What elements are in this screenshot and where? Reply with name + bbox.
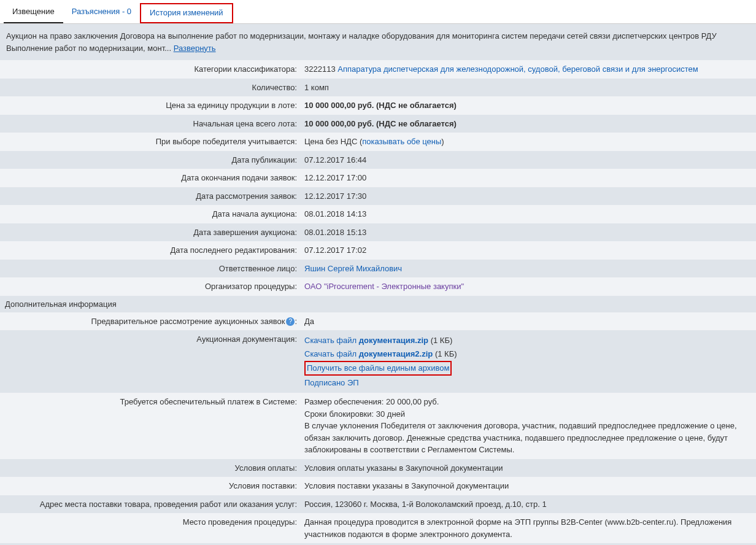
table-row: Дата окончания подачи заявок: 12.12.2017… — [0, 169, 756, 187]
classifier-code: 3222113 — [304, 64, 338, 74]
file2-size: (1 КБ) — [433, 349, 457, 358]
section-additional-info: Дополнительная информация — [0, 296, 756, 312]
winner-suffix: ) — [441, 137, 444, 146]
table-row: Предварительное рассмотрение аукционных … — [0, 312, 756, 331]
label-start-price: Начальная цена всего лота: — [0, 115, 301, 133]
label-prelim: Предварительное рассмотрение аукционных … — [0, 312, 301, 331]
value-auction-end: 08.01.2018 15:13 — [301, 223, 756, 242]
lot-title: Аукцион на право заключения Договора на … — [6, 30, 750, 42]
lot-subtitle-text: Выполнение работ по модернизации, монт..… — [6, 44, 174, 53]
table-row: Условия оплаты: Условия оплаты указаны в… — [0, 459, 756, 477]
download-all-link[interactable]: Получить все файлы единым архивом — [307, 363, 449, 373]
label-qty: Количество: — [0, 79, 301, 97]
label-payment: Условия оплаты: — [0, 459, 301, 477]
table-row: Условия поставки: Условия поставки указа… — [0, 477, 756, 495]
lot-subtitle: Выполнение работ по модернизации, монт..… — [6, 42, 750, 55]
value-venue: Данная процедура проводится в электронно… — [301, 513, 756, 543]
label-address: Адрес места поставки товара, проведения … — [0, 495, 301, 514]
tab-notice[interactable]: Извещение — [4, 3, 63, 23]
label-deposit: Требуется обеспечительный платеж в Систе… — [0, 393, 301, 459]
value-start-price: 10 000 000,00 руб. (НДС не облагается) — [301, 115, 756, 133]
value-docs: Скачать файл документация.zip (1 КБ) Ска… — [301, 330, 756, 393]
dl1-prefix: Скачать файл — [304, 336, 359, 345]
label-deadline: Дата окончания подачи заявок: — [0, 169, 301, 187]
value-pub-date: 07.12.2017 16:44 — [301, 151, 756, 169]
label-winner: При выборе победителя учитывается: — [0, 133, 301, 151]
expand-link[interactable]: Развернуть — [174, 44, 216, 53]
classifier-link[interactable]: Аппаратура диспетчерская для железнодоро… — [338, 64, 698, 74]
label-last-edit: Дата последнего редактирования: — [0, 241, 301, 260]
responsible-link[interactable]: Яшин Сергей Михайлович — [304, 264, 402, 273]
value-delivery-cond: Условия поставки указаны в Закупочной до… — [301, 477, 756, 495]
value-unit-price: 10 000 000,00 руб. (НДС не облагается) — [301, 96, 756, 115]
value-classifier: 3222113 Аппаратура диспетчерская для жел… — [301, 60, 756, 79]
tab-clarifications[interactable]: Разъяснения - 0 — [63, 3, 140, 23]
tabs-bar: Извещение Разъяснения - 0 История измене… — [0, 0, 756, 24]
value-deposit: Размер обеспечения: 20 000,00 руб. Сроки… — [301, 393, 756, 459]
help-icon[interactable]: ? — [286, 317, 295, 326]
table-row: Ответственное лицо: Яшин Сергей Михайлов… — [0, 260, 756, 278]
value-deadline: 12.12.2017 17:00 — [301, 169, 756, 187]
label-classifier: Категории классификатора: — [0, 60, 301, 79]
label-responsible: Ответственное лицо: — [0, 260, 301, 278]
table-row: Место проведения процедуры: Данная проце… — [0, 513, 756, 543]
label-delivery-cond: Условия поставки: — [0, 477, 301, 495]
dl2-prefix: Скачать файл — [304, 349, 359, 358]
table-row: Дата завершения аукциона: 08.01.2018 15:… — [0, 223, 756, 242]
label-review: Дата рассмотрения заявок: — [0, 187, 301, 206]
value-auction-start: 08.01.2018 14:13 — [301, 205, 756, 223]
table-row: Цена за единицу продукции в лоте: 10 000… — [0, 96, 756, 115]
download-file1-link[interactable]: Скачать файл документация.zip — [304, 336, 428, 345]
file2-name: документация2.zip — [359, 349, 433, 358]
signed-link[interactable]: Подписано ЭП — [304, 378, 359, 387]
table-row: Категории классификатора: 3222113 Аппара… — [0, 60, 756, 79]
organizer-link[interactable]: ОАО "iProcurement - Электронные закупки" — [304, 282, 464, 291]
table-row: При выборе победителя учитывается: Цена … — [0, 133, 756, 151]
file1-size: (1 КБ) — [428, 336, 452, 345]
additional-table: Предварительное рассмотрение аукционных … — [0, 312, 756, 546]
table-row: Дата начала аукциона: 08.01.2018 14:13 — [0, 205, 756, 223]
label-docs: Аукционная документация: — [0, 330, 301, 393]
table-row: Аукционная документация: Скачать файл до… — [0, 330, 756, 393]
lot-header: Аукцион на право заключения Договора на … — [0, 24, 756, 60]
value-qty: 1 комп — [301, 79, 756, 97]
value-last-edit: 07.12.2017 17:02 — [301, 241, 756, 260]
value-winner: Цена без НДС (показывать обе цены) — [301, 133, 756, 151]
label-auction-start: Дата начала аукциона: — [0, 205, 301, 223]
table-row: Требуется обеспечительный платеж в Систе… — [0, 393, 756, 459]
value-address: Россия, 123060 г. Москва, 1-й Волоколамс… — [301, 495, 756, 514]
download-file2-link[interactable]: Скачать файл документация2.zip — [304, 349, 433, 358]
prelim-label-text: Предварительное рассмотрение аукционных … — [91, 317, 285, 326]
label-organizer: Организатор процедуры: — [0, 277, 301, 296]
info-table: Категории классификатора: 3222113 Аппара… — [0, 60, 756, 296]
table-row: Дата рассмотрения заявок: 12.12.2017 17:… — [0, 187, 756, 206]
table-row: Дата последнего редактирования: 07.12.20… — [0, 241, 756, 260]
table-row: Количество: 1 комп — [0, 79, 756, 97]
tab-history[interactable]: История изменений — [140, 3, 233, 23]
value-review: 12.12.2017 17:30 — [301, 187, 756, 206]
label-pub-date: Дата публикации: — [0, 151, 301, 169]
label-auction-end: Дата завершения аукциона: — [0, 223, 301, 242]
label-venue: Место проведения процедуры: — [0, 513, 301, 543]
show-both-prices-link[interactable]: показывать обе цены — [362, 137, 441, 146]
file1-name: документация.zip — [359, 336, 428, 345]
table-row: Адрес места поставки товара, проведения … — [0, 495, 756, 514]
label-unit-price: Цена за единицу продукции в лоте: — [0, 96, 301, 115]
winner-prefix: Цена без НДС ( — [304, 137, 362, 146]
table-row: Начальная цена всего лота: 10 000 000,00… — [0, 115, 756, 133]
table-row: Организатор процедуры: ОАО "iProcurement… — [0, 277, 756, 296]
table-row: Дата публикации: 07.12.2017 16:44 — [0, 151, 756, 169]
value-prelim: Да — [301, 312, 756, 331]
value-payment: Условия оплаты указаны в Закупочной доку… — [301, 459, 756, 477]
